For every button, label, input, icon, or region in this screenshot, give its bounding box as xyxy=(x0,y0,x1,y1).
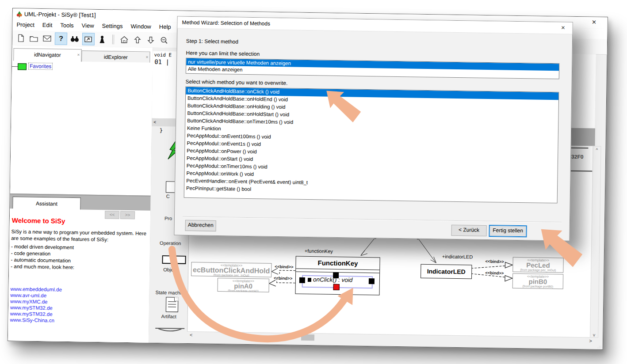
cancel-button[interactable]: Abbrechen xyxy=(185,220,216,231)
selection-handle-left[interactable] xyxy=(299,277,305,283)
template-from: (from package portB0) xyxy=(513,284,563,289)
functionkey-role-label: +functionKey xyxy=(305,248,333,254)
template-name: ecButtonClickAndHold xyxy=(191,267,271,274)
bind-label: <<bind>> xyxy=(274,276,292,281)
method-wizard-dialog: Method Wizard: Selection of Methods × St… xyxy=(174,16,573,241)
dialog-close-icon[interactable]: × xyxy=(558,23,568,32)
dialog-limit-label: Here you can limit the selection xyxy=(186,50,260,57)
dialog-separator xyxy=(183,216,562,223)
class-indicatorled-name: IndicatorLED xyxy=(427,268,466,275)
selection-handle-right[interactable] xyxy=(369,278,375,284)
operation-marker-icon xyxy=(308,278,311,282)
bind-label: <<bind>> xyxy=(485,270,504,276)
template-pecbuttonclickandhold[interactable]: <<template>> ecButtonClickAndHold (from … xyxy=(191,262,271,277)
template-from: (from package pec_InOut) xyxy=(513,268,563,273)
dialog-step-label: Step 1: Select method xyxy=(186,38,238,45)
filter-listbox[interactable]: nur virtuelle/pure virtuelle Methoden an… xyxy=(186,58,559,80)
method-listbox[interactable]: ButtonClickAndHoldBase::onClick () void … xyxy=(184,87,559,204)
dialog-select-label: Select which method you want to overwrit… xyxy=(185,79,287,86)
class-indicatorled[interactable]: IndicatorLED xyxy=(421,264,472,279)
dialog-title: Method Wizard: Selection of Methods xyxy=(182,19,270,27)
bind-label: <<bind>> xyxy=(486,259,504,264)
back-button[interactable]: < Zurück xyxy=(451,225,486,236)
template-pecled[interactable]: <<template>> PecLed (from package pec_In… xyxy=(512,257,563,273)
template-pina0[interactable]: <<template>> pinA0 (from package portA0) xyxy=(218,278,269,292)
indicatorled-role-label: +indicatorLED xyxy=(442,254,473,259)
operation-onclick[interactable]: onClick() : void xyxy=(313,276,352,283)
stage: UML-Projekt - SiSy® [Test1] × ProjectEdi… xyxy=(0,0,627,364)
template-pinb0[interactable]: <<template>> pinB0 (from package portB0) xyxy=(512,273,563,289)
class-functionkey-name: FunctionKey xyxy=(296,257,379,270)
selection-handle-red[interactable] xyxy=(333,284,340,290)
main-window: UML-Projekt - SiSy® [Test1] × ProjectEdi… xyxy=(8,8,608,350)
finish-button[interactable]: Fertig stellen xyxy=(489,225,526,237)
bind-label: <<bind>> xyxy=(275,264,293,269)
